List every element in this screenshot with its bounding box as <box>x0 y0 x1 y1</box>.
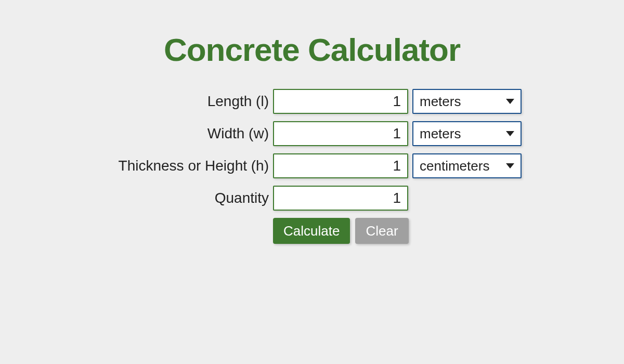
page-title: Concrete Calculator <box>0 31 624 68</box>
quantity-label: Quantity <box>102 190 269 206</box>
width-unit-text: meters <box>420 126 506 142</box>
thickness-label: Thickness or Height (h) <box>102 158 269 174</box>
chevron-down-icon <box>506 99 514 104</box>
quantity-input[interactable] <box>273 186 408 211</box>
thickness-unit-text: centimeters <box>420 158 506 174</box>
clear-button[interactable]: Clear <box>355 218 408 244</box>
calculator-form: Length (l) meters Width (w) meters Thick… <box>0 89 624 251</box>
length-input[interactable] <box>273 89 408 114</box>
width-unit-select[interactable]: meters <box>412 121 522 146</box>
length-label: Length (l) <box>102 93 269 110</box>
width-input[interactable] <box>273 121 408 146</box>
calculate-button[interactable]: Calculate <box>273 218 350 244</box>
chevron-down-icon <box>506 131 514 136</box>
length-unit-select[interactable]: meters <box>412 89 522 114</box>
calculator-container: Concrete Calculator Length (l) meters Wi… <box>0 0 624 251</box>
width-label: Width (w) <box>102 125 269 142</box>
length-unit-text: meters <box>420 94 506 110</box>
thickness-unit-select[interactable]: centimeters <box>412 153 522 178</box>
chevron-down-icon <box>506 163 514 168</box>
thickness-input[interactable] <box>273 153 408 178</box>
